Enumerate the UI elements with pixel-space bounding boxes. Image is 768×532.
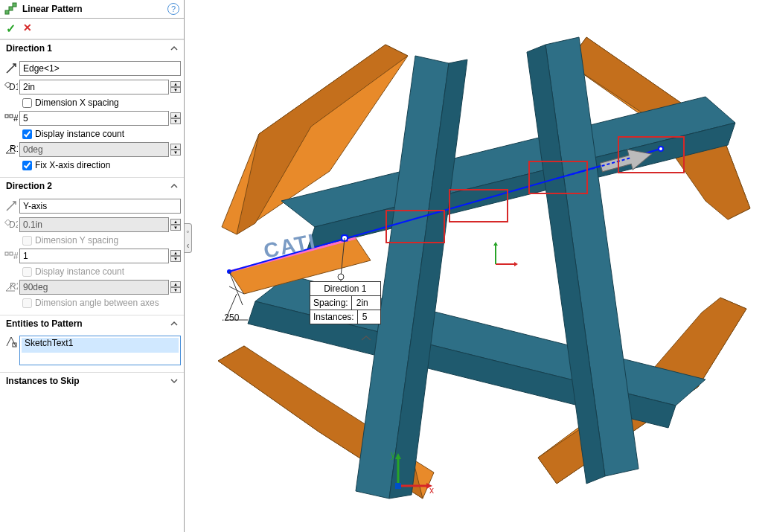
callout-title: Direction 1 <box>310 282 380 296</box>
dim-x-spacing-checkbox[interactable]: Dimension X spacing <box>22 97 181 108</box>
spinner[interactable]: ▲▼ <box>170 250 181 262</box>
panel-title: Linear Pattern <box>22 4 167 14</box>
pattern-callout[interactable]: Direction 1 Spacing: 2in Instances: 5 <box>310 281 381 324</box>
direction1-instances-input[interactable] <box>19 111 169 126</box>
instances-d2-icon: # <box>3 251 19 261</box>
pattern-instance-box <box>449 189 508 222</box>
svg-marker-47 <box>514 262 518 266</box>
cancel-button[interactable]: ✕ <box>23 22 32 36</box>
entities-item[interactable]: SketchText1 <box>22 338 179 353</box>
linear-pattern-icon <box>4 2 18 16</box>
svg-rect-54 <box>395 483 401 489</box>
ok-button[interactable]: ✓ <box>6 22 16 36</box>
reverse-direction-icon[interactable] <box>3 63 19 74</box>
direction1-angle-input <box>19 142 169 157</box>
dim-angle-checkbox: Dimension angle between axes <box>22 298 181 308</box>
svg-text:R1: R1 <box>10 144 18 154</box>
direction2-angle-input <box>19 280 169 295</box>
display-instance-count-checkbox[interactable]: Display instance count <box>22 129 181 139</box>
fix-x-axis-checkbox[interactable]: Fix X-axis direction <box>22 160 181 170</box>
callout-instances-value[interactable]: 5 <box>358 310 380 324</box>
svg-text:D2: D2 <box>9 219 18 230</box>
spinner[interactable]: ▲▼ <box>170 219 181 231</box>
view-triad[interactable]: x y <box>389 450 434 495</box>
spinner[interactable]: ▲▼ <box>170 81 181 93</box>
panel-collapse-tab[interactable]: ◦‹ <box>185 223 192 253</box>
direction1-spacing-input[interactable] <box>19 80 169 94</box>
callout-instances-label: Instances: <box>310 310 358 324</box>
svg-text:#: # <box>13 113 18 124</box>
direction2-spacing-input <box>19 217 169 232</box>
chevron-down-icon <box>170 377 178 385</box>
pattern-instance-box <box>618 136 685 173</box>
callout-spacing-value[interactable]: 2in <box>352 296 374 310</box>
svg-rect-1 <box>9 7 13 10</box>
direction1-edge-input[interactable] <box>19 61 181 76</box>
spinner[interactable]: ▲▼ <box>170 144 181 156</box>
entities-header[interactable]: Entities to Pattern <box>0 315 184 332</box>
model-geometry <box>185 0 768 532</box>
instances-d1-icon: # <box>3 113 19 124</box>
direction2-header[interactable]: Direction 2 <box>0 177 184 194</box>
direction1-header[interactable]: Direction 1 <box>0 39 184 57</box>
graphics-viewport[interactable]: CATI .250 Direction 1 Spacing: 2in Insta… <box>185 0 768 532</box>
reverse-direction2-icon[interactable] <box>3 200 19 212</box>
display-instance-count2-checkbox: Display instance count <box>22 266 181 277</box>
svg-rect-5 <box>5 115 8 118</box>
svg-text:x: x <box>429 485 434 495</box>
chevron-up-icon <box>170 320 178 327</box>
callout-expand-icon[interactable] <box>360 335 372 342</box>
svg-text:R2: R2 <box>10 282 18 292</box>
entities-label: Entities to Pattern <box>6 318 83 329</box>
instances-skip-label: Instances to Skip <box>6 376 80 386</box>
svg-rect-12 <box>10 252 13 255</box>
dim-y-spacing-checkbox: Dimension Y spacing <box>22 235 181 246</box>
svg-rect-6 <box>10 115 13 118</box>
action-row: ✓ ✕ <box>0 19 184 39</box>
svg-marker-49 <box>493 242 498 246</box>
svg-rect-2 <box>13 3 16 7</box>
direction2-body: ◇D2 ▲▼ Dimension Y spacing # ▲▼ Display … <box>0 194 184 315</box>
angle-d1-icon[interactable]: R1 <box>3 144 19 155</box>
svg-marker-53 <box>395 453 401 459</box>
direction1-body: ◇D1 ▲▼ Dimension X spacing # ▲▼ Display … <box>0 57 184 177</box>
spinner[interactable]: ▲▼ <box>170 281 181 293</box>
panel-header: Linear Pattern ? <box>0 0 184 19</box>
svg-rect-0 <box>5 10 9 14</box>
svg-point-44 <box>338 274 344 280</box>
spacing-d1-icon: ◇D1 <box>3 82 19 92</box>
direction1-label: Direction 1 <box>6 43 52 54</box>
angle-d2-icon[interactable]: R2 <box>3 282 19 292</box>
chevron-up-icon <box>170 45 178 52</box>
pattern-instance-box <box>385 210 445 243</box>
help-button[interactable]: ? <box>167 3 179 15</box>
dimension-value[interactable]: .250 <box>222 313 239 323</box>
chevron-up-icon <box>170 182 178 190</box>
svg-text:D1: D1 <box>9 82 18 92</box>
origin-axis-icon <box>488 242 518 272</box>
entities-body: SketchText1 <box>0 332 184 372</box>
direction2-instances-input[interactable] <box>19 249 169 263</box>
spinner[interactable]: ▲▼ <box>170 112 181 124</box>
svg-rect-11 <box>5 252 8 255</box>
svg-text:y: y <box>391 450 395 460</box>
callout-spacing-label: Spacing: <box>310 296 352 310</box>
spacing-d2-icon: ◇D2 <box>3 219 19 230</box>
pattern-instance-box <box>528 161 588 194</box>
direction2-axis-input[interactable] <box>19 199 181 214</box>
direction2-label: Direction 2 <box>6 181 52 191</box>
entities-icon <box>3 336 19 347</box>
instances-skip-header[interactable]: Instances to Skip <box>0 372 184 389</box>
svg-text:#: # <box>13 251 18 261</box>
property-panel: Linear Pattern ? ✓ ✕ Direction 1 ◇D1 ▲▼ … <box>0 0 185 532</box>
